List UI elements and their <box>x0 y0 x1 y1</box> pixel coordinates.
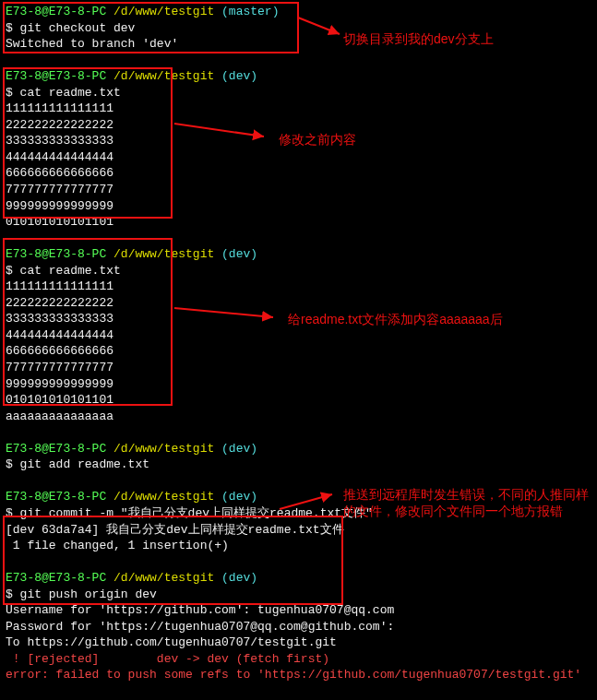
output-line: 111111111111111 <box>6 101 591 117</box>
prompt-branch: (dev) <box>221 571 257 585</box>
output-line: 010101010101101 <box>6 214 591 231</box>
prompt-branch: (dev) <box>221 69 257 83</box>
prompt-user: E73-8@E73-8-PC <box>6 490 113 504</box>
prompt-path: /d/www/testgit <box>113 571 221 585</box>
output-line: To https://github.com/tugenhua0707/testg… <box>6 635 591 651</box>
output-line: 1 file changed, 1 insertion(+) <box>6 538 591 554</box>
prompt-branch: (dev) <box>221 442 257 456</box>
output-line: 999999999999999 <box>6 376 591 393</box>
cmd-line: $ git checkout dev <box>6 20 591 37</box>
error-line: error: failed to push some refs to 'http… <box>6 667 591 683</box>
output-line: 666666666666666 <box>6 165 591 182</box>
prompt-user: E73-8@E73-8-PC <box>6 247 113 261</box>
output-line: 444444444444444 <box>6 149 591 166</box>
prompt-user: E73-8@E73-8-PC <box>6 571 113 585</box>
prompt-path: /d/www/testgit <box>113 5 221 18</box>
output-line: 333333333333333 <box>6 311 591 327</box>
output-line: 444444444444444 <box>6 327 591 344</box>
output-line: Password for 'https://tugenhua0707@qq.co… <box>6 619 591 635</box>
output-line: 777777777777777 <box>6 182 591 198</box>
output-line: 999999999999999 <box>6 198 591 215</box>
output-line: 010101010101101 <box>6 392 591 409</box>
output-line: 222222222222222 <box>6 295 591 312</box>
output-line: Username for 'https://github.com': tugen… <box>6 602 591 619</box>
prompt-path: /d/www/testgit <box>113 69 221 83</box>
prompt-user: E73-8@E73-8-PC <box>6 5 113 18</box>
prompt-branch: (dev) <box>221 247 257 261</box>
output-line: 222222222222222 <box>6 117 591 134</box>
cmd-line: $ cat readme.txt <box>6 263 591 279</box>
cmd-line: $ git push origin dev <box>6 587 591 603</box>
prompt-branch: (master) <box>221 5 279 18</box>
prompt-user: E73-8@E73-8-PC <box>6 69 113 83</box>
cmd-line: $ git commit -m "我自己分支dev上同样提交readme.txt… <box>6 505 591 522</box>
output-line: 111111111111111 <box>6 279 591 295</box>
error-line: ! [rejected] dev -> dev (fetch first) <box>6 651 591 668</box>
output-line: 777777777777777 <box>6 360 591 376</box>
cmd-line: $ git add readme.txt <box>6 457 591 473</box>
output-line: [dev 63da7a4] 我自己分支dev上同样提交readme.txt文件 <box>6 522 591 539</box>
cmd-line: $ cat readme.txt <box>6 85 591 101</box>
output-line: aaaaaaaaaaaaaaa <box>6 409 591 425</box>
terminal-output: E73-8@E73-8-PC /d/www/testgit (master) $… <box>0 0 597 700</box>
output-line: 666666666666666 <box>6 343 591 360</box>
prompt-path: /d/www/testgit <box>113 247 221 261</box>
output-line: Switched to branch 'dev' <box>6 36 591 53</box>
prompt-branch: (dev) <box>221 490 257 504</box>
output-line: 333333333333333 <box>6 133 591 149</box>
prompt-user: E73-8@E73-8-PC <box>6 442 113 456</box>
prompt-path: /d/www/testgit <box>113 442 221 456</box>
prompt-path: /d/www/testgit <box>113 490 221 504</box>
